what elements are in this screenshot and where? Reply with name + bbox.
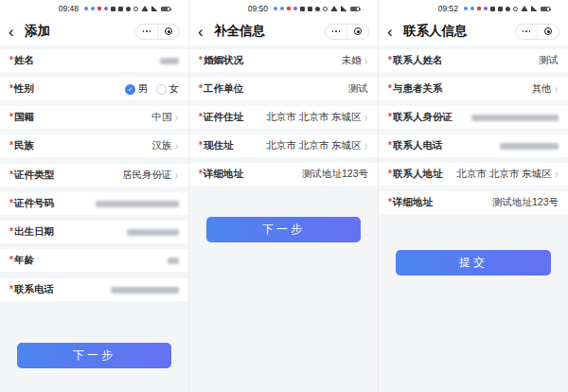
form-row-5[interactable]: *证件号码: [0, 192, 188, 215]
required-asterisk: *: [388, 82, 392, 95]
primary-action-button[interactable]: 下一步: [206, 217, 361, 242]
minimize-button[interactable]: [346, 25, 368, 39]
field-label: *国籍: [9, 111, 34, 124]
field-label: *联系人地址: [388, 168, 442, 181]
notif-square-red: [287, 7, 291, 10]
field-label-text: 联系人电话: [393, 139, 443, 152]
field-label-text: 国籍: [14, 111, 34, 124]
field-value: 测试: [539, 54, 559, 67]
more-menu-button[interactable]: [326, 25, 346, 39]
field-label-text: 详细地址: [204, 168, 243, 181]
panel-contact-info: 09:52‹联系人信息*联系人姓名测试*与患者关系其他›*联系人身份证*联系人电…: [379, 0, 568, 392]
back-icon[interactable]: ‹: [198, 24, 214, 40]
redacted-value: [96, 201, 179, 207]
form-row-5[interactable]: *详细地址测试地址123号: [379, 191, 568, 214]
form-row-1[interactable]: *性别✓男女: [0, 78, 188, 100]
field-value: [127, 229, 179, 236]
form-row-1[interactable]: *与患者关系其他›: [379, 78, 568, 100]
form-row-4[interactable]: *详细地址测试地址123号: [189, 163, 378, 186]
battery-icon: [161, 7, 170, 11]
field-label: *工作单位: [199, 82, 243, 96]
field-value: 其他›: [532, 82, 559, 96]
more-dot: [523, 30, 524, 32]
notif-dot-blue: [470, 7, 474, 10]
radio-option[interactable]: ✓男: [125, 82, 149, 96]
form-row-8[interactable]: *联系电话: [0, 278, 188, 301]
required-asterisk: *: [9, 225, 13, 238]
chevron-right-icon: ›: [555, 167, 559, 182]
field-label: *民族: [9, 139, 34, 152]
form-row-0[interactable]: *婚姻状况未婚›: [189, 49, 378, 72]
miniprogram-capsule: [325, 24, 369, 40]
form-row-1[interactable]: *工作单位测试: [189, 78, 378, 100]
chevron-right-icon: ›: [364, 110, 368, 125]
field-label-text: 姓名: [14, 54, 34, 67]
field-value-text: 测试: [348, 82, 368, 96]
more-menu-button[interactable]: [516, 25, 537, 39]
field-value-text: 测试: [539, 54, 559, 67]
form-row-3[interactable]: *联系人电话: [379, 134, 568, 157]
field-value: 未婚›: [342, 54, 368, 67]
back-icon[interactable]: ‹: [387, 24, 403, 40]
field-value-text: 测试地址123号: [302, 168, 368, 181]
field-label-text: 年龄: [14, 254, 34, 267]
battery-icon: [350, 7, 360, 11]
radio-unchecked-icon[interactable]: [156, 84, 167, 95]
page-title: 添加: [25, 23, 50, 40]
field-label-text: 现住址: [204, 139, 234, 152]
field-value-text: 其他: [532, 82, 552, 96]
form-row-2[interactable]: *联系人身份证: [379, 106, 568, 129]
form-row-4[interactable]: *联系人地址北京市 北京市 东城区›: [379, 163, 568, 186]
alarm-icon: [323, 7, 328, 11]
redacted-value: [168, 258, 179, 264]
signal-icon: [531, 6, 538, 11]
notif-dot-blue: [464, 7, 468, 10]
more-menu-button[interactable]: [136, 25, 157, 39]
field-value-text: 北京市 北京市 东城区: [266, 111, 361, 124]
form-row-7[interactable]: *年龄: [0, 249, 188, 272]
miniprogram-capsule: [135, 24, 180, 40]
field-value: 中国›: [152, 111, 179, 124]
form-row-0[interactable]: *联系人姓名测试: [379, 49, 568, 72]
form-row-6[interactable]: *出生日期: [0, 221, 188, 243]
form-list: *婚姻状况未婚›*工作单位测试*证件住址北京市 北京市 东城区›*现住址北京市 …: [189, 45, 378, 186]
app-icon: [490, 7, 495, 11]
app-icon: [111, 7, 115, 11]
app-icon: [498, 7, 503, 11]
form-row-3[interactable]: *民族汉族›: [0, 134, 188, 157]
form-row-2[interactable]: *国籍中国›: [0, 106, 188, 129]
field-label-text: 工作单位: [204, 82, 243, 96]
field-value: 北京市 北京市 东城区›: [266, 139, 368, 152]
field-label-text: 联系人地址: [393, 168, 443, 181]
required-asterisk: *: [388, 139, 392, 151]
radio-option[interactable]: 女: [156, 82, 180, 96]
more-dot: [150, 30, 151, 32]
field-label: *年龄: [9, 254, 34, 267]
primary-action-button[interactable]: 提交: [396, 250, 551, 276]
radio-label: 男: [138, 82, 149, 96]
radio-checked-icon[interactable]: ✓: [125, 84, 135, 95]
field-label: *性别: [9, 82, 34, 96]
field-label: *联系人电话: [388, 139, 442, 152]
form-row-4[interactable]: *证件类型居民身份证›: [0, 164, 188, 187]
field-label: *出生日期: [9, 225, 54, 239]
required-asterisk: *: [9, 54, 13, 66]
notif-dot-blue: [274, 7, 277, 10]
primary-action-button[interactable]: 下一步: [17, 343, 171, 368]
minimize-button[interactable]: [537, 25, 559, 39]
field-value: 北京市 北京市 东城区›: [456, 168, 559, 181]
form-row-0[interactable]: *姓名: [0, 49, 188, 72]
notif-dot-blue: [280, 7, 284, 10]
notif-dot-blue: [84, 7, 88, 10]
back-icon[interactable]: ‹: [9, 24, 25, 40]
field-value-text: 汉族: [152, 139, 172, 152]
status-bar: 09:48: [0, 0, 188, 17]
form-row-2[interactable]: *证件住址北京市 北京市 东城区›: [189, 106, 378, 129]
form-row-3[interactable]: *现住址北京市 北京市 东城区›: [189, 134, 378, 157]
minimize-button[interactable]: [157, 25, 179, 39]
field-label-text: 证件类型: [14, 169, 54, 182]
field-value: [168, 258, 179, 264]
field-value-text: 未婚: [342, 54, 362, 67]
more-dot: [525, 30, 528, 33]
required-asterisk: *: [9, 197, 13, 209]
